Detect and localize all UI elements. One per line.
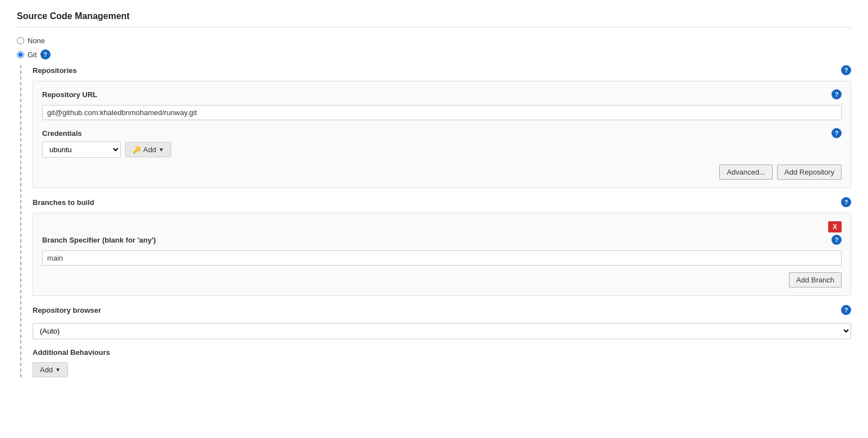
branches-header: Branches to build ? [33, 197, 851, 207]
repo-browser-header: Repository browser ? [33, 305, 851, 315]
repo-browser-label: Repository browser [33, 306, 101, 314]
repo-browser-help-icon[interactable]: ? [841, 305, 851, 315]
additional-behaviours-row: Add ▼ [33, 362, 851, 377]
repo-actions-row: Advanced... Add Repository [42, 165, 842, 180]
repositories-header: Repositories ? [33, 65, 851, 75]
key-icon: 🔑 [133, 146, 141, 154]
additional-behaviours-header: Additional Behaviours [33, 348, 851, 357]
repo-url-help-icon[interactable]: ? [832, 89, 842, 99]
repo-url-field-row: Repository URL ? [42, 89, 842, 99]
scm-radio-group: None Git ? [17, 36, 851, 60]
credentials-add-label: Add [143, 145, 156, 154]
git-section: Repositories ? Repository URL ? Credenti… [20, 65, 851, 377]
page-container: Source Code Management None Git ? Reposi… [0, 0, 868, 438]
branch-specifier-help-icon[interactable]: ? [832, 235, 842, 245]
credentials-help-icon[interactable]: ? [832, 128, 842, 138]
branches-help-icon[interactable]: ? [841, 197, 851, 207]
page-title: Source Code Management [17, 11, 851, 28]
credentials-row: ubuntu 🔑 Add ▼ [42, 142, 842, 158]
repositories-label: Repositories [33, 66, 77, 75]
git-radio[interactable] [17, 51, 24, 58]
branch-specifier-field-row: Branch Specifier (blank for 'any') ? [42, 235, 842, 245]
credentials-label: Credentials [42, 129, 82, 138]
add-branch-button[interactable]: Add Branch [789, 272, 842, 288]
delete-branch-button[interactable]: X [828, 221, 842, 232]
repositories-help-icon[interactable]: ? [841, 65, 851, 75]
credentials-select[interactable]: ubuntu [42, 142, 121, 158]
add-dropdown-arrow-icon: ▼ [158, 147, 164, 153]
none-radio-row: None [17, 36, 851, 45]
advanced-button[interactable]: Advanced... [719, 165, 773, 180]
add-repository-button[interactable]: Add Repository [777, 165, 842, 180]
repo-url-label: Repository URL [42, 90, 97, 99]
credentials-field-row: Credentials ? [42, 128, 842, 138]
repository-card: Repository URL ? Credentials ? ubuntu 🔑 … [33, 81, 851, 188]
none-radio[interactable] [17, 37, 24, 44]
branch-specifier-label: Branch Specifier (blank for 'any') [42, 236, 156, 244]
add-behaviours-label: Add [40, 366, 53, 374]
git-radio-row: Git ? [17, 49, 851, 60]
none-label[interactable]: None [28, 36, 45, 45]
branches-label: Branches to build [33, 198, 94, 207]
branch-actions-row: Add Branch [42, 272, 842, 288]
behaviours-dropdown-arrow-icon: ▼ [55, 367, 61, 373]
branch-delete-row: X [42, 221, 842, 232]
additional-behaviours-label: Additional Behaviours [33, 348, 110, 357]
branch-specifier-input[interactable] [42, 250, 842, 266]
repo-url-input[interactable] [42, 105, 842, 120]
branch-card: X Branch Specifier (blank for 'any') ? A… [33, 213, 851, 296]
add-behaviours-button[interactable]: Add ▼ [33, 362, 68, 377]
repo-browser-select[interactable]: (Auto) [33, 323, 851, 339]
git-label[interactable]: Git [28, 51, 37, 59]
credentials-add-button[interactable]: 🔑 Add ▼ [125, 142, 171, 157]
git-help-icon[interactable]: ? [40, 49, 51, 60]
